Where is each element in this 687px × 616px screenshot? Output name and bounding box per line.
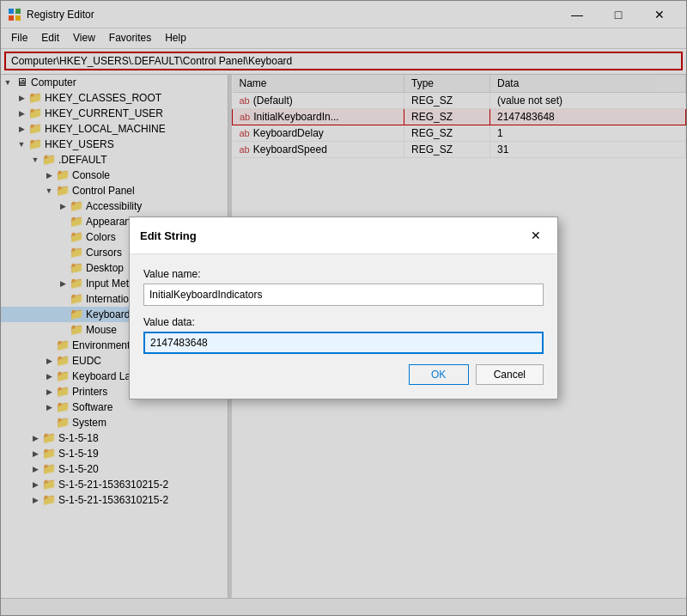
dialog-title-bar: Edit String ✕ bbox=[130, 217, 557, 254]
value-data-label: Value data: bbox=[143, 316, 544, 328]
dialog-cancel-button[interactable]: Cancel bbox=[476, 364, 544, 385]
dialog-close-button[interactable]: ✕ bbox=[525, 224, 547, 247]
edit-string-dialog: Edit String ✕ Value name: Value data: OK… bbox=[129, 217, 558, 399]
dialog-ok-button[interactable]: OK bbox=[409, 364, 469, 385]
value-name-label: Value name: bbox=[143, 268, 544, 280]
dialog-buttons: OK Cancel bbox=[143, 364, 544, 385]
dialog-title: Edit String bbox=[140, 229, 197, 242]
window: Registry Editor — □ ✕ File Edit View Fav… bbox=[0, 0, 687, 616]
modal-overlay: Edit String ✕ Value name: Value data: OK… bbox=[0, 0, 687, 616]
value-name-field: Value name: bbox=[143, 268, 544, 306]
dialog-body: Value name: Value data: OK Cancel bbox=[130, 254, 557, 399]
value-data-field: Value data: bbox=[143, 316, 544, 354]
value-data-input[interactable] bbox=[143, 332, 544, 354]
value-name-input[interactable] bbox=[143, 284, 544, 306]
